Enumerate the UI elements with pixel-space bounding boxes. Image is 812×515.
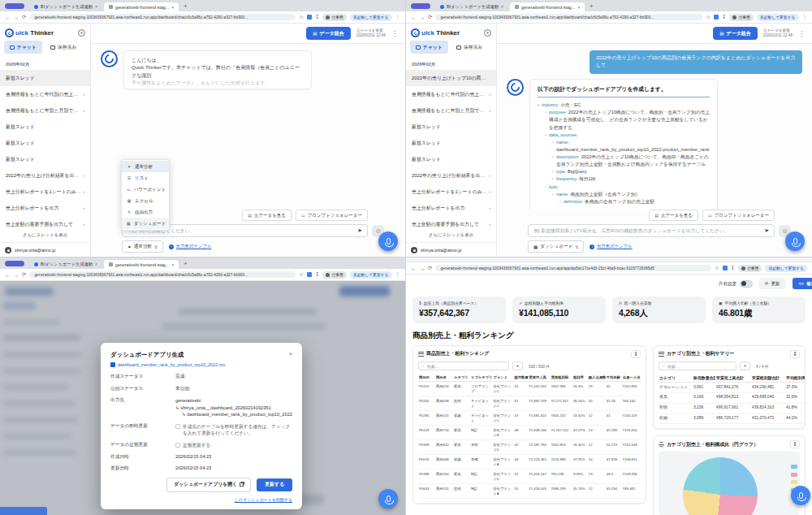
download-icon[interactable]: ↧ [722, 14, 726, 20]
thread-item[interactable]: 売上分析レポートを出力› [0, 200, 90, 216]
download-icon[interactable]: ↧ [731, 265, 735, 271]
menu-item-パワーポイント[interactable]: ▭パワーポイント [122, 184, 169, 195]
tab-close-icon[interactable]: × [577, 5, 580, 10]
thread-item[interactable]: 2022年の売り上げ分析結果を出力…› [0, 167, 90, 184]
thread-item[interactable]: 新規スレッド [0, 151, 90, 167]
edit-button[interactable]: <>修正 [793, 278, 812, 289]
column-header[interactable]: サブカテゴリ [470, 373, 492, 382]
new-thread-icon[interactable]: + [78, 29, 85, 37]
column-header[interactable]: 商品名 [435, 373, 453, 382]
send-icon[interactable]: ➤ [764, 227, 769, 234]
column-header[interactable]: カテゴリ [659, 373, 693, 383]
product-ranking-table[interactable]: 商品ID商品名カテゴリサブカテゴリブランド販売数量実質売上高実質粗利額粗利率購入… [418, 373, 641, 499]
thread-item[interactable]: 売上分析レポートを1シートのみお…› [0, 184, 90, 200]
restart-update-button[interactable]: 再起動して更新する [757, 14, 799, 21]
tab-close-icon[interactable]: × [171, 5, 174, 10]
profile-chip[interactable]: 仕事用 [322, 271, 346, 279]
column-header[interactable]: 商品ID [418, 373, 435, 382]
restart-update-button[interactable]: 再起動して更新する [350, 271, 392, 279]
thread-item[interactable]: 2022年の売り上げ分析結果を出力…› [406, 167, 496, 184]
bookmark-star-icon[interactable]: ☆ [715, 265, 719, 271]
output-sample-link[interactable]: i出力形式サンプル [169, 244, 211, 249]
thread-item[interactable]: 会員情報をもとに年別と月別での…› [0, 102, 90, 119]
browser-tab-2[interactable]: generativebi-frontend-stag...× [510, 2, 585, 11]
thread-item[interactable]: 2022年の売り上げトップ10の商品別の… [406, 70, 496, 86]
data-integration-button[interactable]: ▤データ統合 [713, 27, 757, 40]
profile-chip[interactable]: 仕事用 [738, 265, 762, 272]
table-row[interactable]: P0165商品438照明キャビネット自社ブランドC61¥1,882,709¥2,… [418, 396, 641, 411]
prompt-generator-button[interactable]: ▭プロンプトジェネレーター [296, 210, 368, 221]
thread-item[interactable]: 新規スレッド [406, 151, 496, 167]
tab-chat[interactable]: チャット [410, 41, 448, 54]
filter-icon[interactable]: ▼ [512, 361, 523, 370]
thread-item[interactable]: 売上分析レポートを出力› [406, 200, 496, 216]
thread-item[interactable]: 新規スレッド [0, 70, 90, 86]
profile-chip[interactable]: 仕事用 [729, 14, 753, 21]
new-tab-button[interactable]: + [184, 2, 188, 10]
bookmark-star-icon[interactable]: ☆ [706, 14, 710, 20]
forward-icon[interactable]: → [14, 15, 19, 20]
new-thread-icon[interactable]: + [484, 29, 491, 37]
column-header[interactable]: 平均年齢 [606, 373, 622, 382]
download-icon[interactable]: ↧ [315, 271, 319, 278]
menu-item-エクセル[interactable]: ▦エクセル [122, 195, 169, 206]
browser-tab-2[interactable]: generativebi-frontend-stag...× [104, 2, 179, 11]
column-header[interactable]: 購入会員数 [588, 373, 606, 382]
open-dashboard-app-button[interactable]: ダッシュボードアプリを開く [166, 478, 251, 492]
show-more-threads-link[interactable]: さらにスレッドを表示 [0, 228, 90, 242]
thread-item[interactable]: 会員情報をもとに年代別の売上分…› [406, 86, 496, 102]
url-field[interactable]: generativebi-frontend-staging-1003439367… [29, 14, 296, 20]
thread-item[interactable]: 新規スレッド [0, 135, 90, 151]
thread-item[interactable]: 売上分析レポートを1シートのみお…› [406, 184, 496, 200]
column-header[interactable]: 実質売上高 [528, 373, 550, 382]
data-integration-button[interactable]: ▤データ統合 [306, 27, 350, 40]
thread-item[interactable]: 新規スレッド [406, 135, 496, 151]
bookmark-star-icon[interactable]: ☆ [299, 14, 304, 20]
table-row[interactable]: P0643商品131照明時計自社ブランドA55¥1,418,005¥396,19… [418, 484, 641, 499]
download-icon[interactable]: ↧ [315, 14, 319, 20]
window-controls[interactable] [5, 261, 24, 266]
view-source-button[interactable]: ▤元データを見る [242, 210, 292, 221]
url-field[interactable]: generativebi-frontend-staging-1003439367… [435, 14, 702, 20]
download-icon[interactable]: ↧ [631, 350, 641, 358]
more-options-icon[interactable]: ⋮ [798, 30, 805, 37]
category-summary-table[interactable]: カテゴリ販売数量合計実質売上高合計実質粗利額合計平均粗利率デコレーション3,06… [659, 373, 805, 424]
browser-tab-1[interactable]: BIダッシュボード生成連動× [29, 259, 102, 269]
reload-icon[interactable]: ⟳ [22, 14, 26, 20]
close-icon[interactable]: × [289, 351, 292, 357]
thread-item[interactable]: 売上金額の需要予測を出力して› [406, 216, 496, 228]
forward-icon[interactable]: → [14, 272, 19, 278]
reload-icon[interactable]: ⟳ [428, 14, 432, 20]
table-search-input[interactable]: ⌕検索... [418, 361, 509, 370]
thread-item[interactable]: 会員情報をもとに年代別の売上分…› [0, 86, 90, 102]
browser-menu-icon[interactable]: ⋮ [395, 271, 401, 278]
window-controls[interactable] [5, 3, 24, 9]
send-icon[interactable]: ➤ [357, 227, 362, 234]
url-field[interactable]: generativebi-frontend-staging-1003439367… [435, 265, 710, 271]
column-header[interactable]: 粗利率 [572, 373, 588, 382]
voice-input-button[interactable] [378, 489, 398, 509]
menu-item-通常分析[interactable]: ✦通常分析 [122, 161, 169, 172]
menu-item-自由出力[interactable]: ✎自由出力 [122, 206, 169, 218]
column-header[interactable]: 実質粗利額 [551, 373, 572, 382]
column-header[interactable]: 販売数量合計 [693, 373, 715, 383]
table-search-input[interactable]: ⌕検索... [659, 361, 736, 370]
filter-icon[interactable]: ▼ [740, 361, 750, 370]
back-icon[interactable]: ← [5, 272, 11, 278]
new-tab-button[interactable]: + [590, 2, 594, 10]
tab-saved[interactable]: 保存済み [45, 41, 82, 54]
voice-input-button[interactable] [378, 232, 398, 251]
table-row[interactable]: 家具3,169¥98,954,813¥29,695,04632.6% [659, 392, 805, 403]
column-header[interactable]: 販売数量 [514, 373, 529, 382]
bookmark-star-icon[interactable]: ☆ [299, 271, 304, 278]
browser-tab-1[interactable]: BIダッシュボード生成連動× [29, 2, 102, 11]
tab-chat[interactable]: チャット [4, 41, 42, 54]
source-file-link[interactable]: dashboard_member_rank_by_product_top10_2… [110, 362, 292, 367]
account-footer[interactable]: shinya.orita@atino.jp [406, 242, 496, 258]
table-row[interactable]: 照明3,236¥96,917,061¥39,824,31341.8% [659, 403, 805, 413]
back-icon[interactable]: ← [411, 266, 417, 271]
reload-icon[interactable]: ⟳ [22, 271, 26, 278]
output-format-selector[interactable]: ▦ダッシュボード⇅ [528, 240, 584, 253]
output-sample-link[interactable]: i出力形式サンプル [590, 244, 632, 249]
extension-icon[interactable] [307, 272, 312, 277]
